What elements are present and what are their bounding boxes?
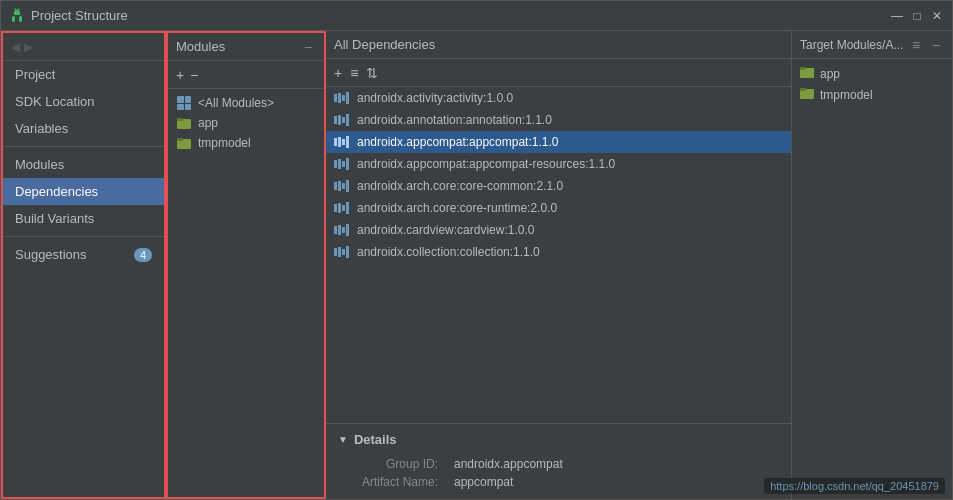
dep-bar-icon: [334, 224, 349, 236]
modules-add-button[interactable]: +: [176, 67, 184, 83]
sidebar-item-sdk-location[interactable]: SDK Location: [3, 88, 164, 115]
target-header: Target Modules/A... ≡ −: [792, 31, 952, 59]
group-id-label: Group ID:: [338, 457, 438, 471]
target-tmpmodel-icon: [800, 87, 814, 102]
svg-rect-9: [800, 88, 806, 91]
target-title: Target Modules/A...: [800, 38, 903, 52]
target-align-button[interactable]: ≡: [908, 37, 924, 53]
dep-item-activity[interactable]: androidx.activity:activity:1.0.0: [326, 87, 791, 109]
details-header[interactable]: ▼ Details: [338, 432, 779, 447]
svg-point-1: [18, 8, 20, 10]
target-panel: Target Modules/A... ≡ − app: [792, 31, 952, 499]
group-id-value: androidx.appcompat: [454, 457, 563, 471]
project-structure-window: Project Structure — □ ✕ ◀ ▶ Project SDK …: [0, 0, 953, 500]
artifact-name-label: Artifact Name:: [338, 475, 438, 489]
svg-point-0: [15, 8, 17, 10]
deps-add-button[interactable]: +: [334, 65, 342, 81]
sidebar-item-variables[interactable]: Variables: [3, 115, 164, 142]
svg-rect-5: [177, 138, 183, 141]
target-app-icon: [800, 66, 814, 81]
app-folder-icon: [176, 116, 192, 130]
dep-bar-icon: [334, 136, 349, 148]
back-arrow-icon[interactable]: ◀: [11, 40, 20, 54]
target-item-tmpmodel[interactable]: tmpmodel: [792, 84, 952, 105]
dep-bar-icon: [334, 180, 349, 192]
sidebar-divider-2: [3, 236, 164, 237]
main-layout: ◀ ▶ Project SDK Location Variables Modul…: [1, 31, 952, 499]
modules-list: <All Modules> app: [168, 89, 324, 497]
all-modules-icon: [176, 96, 192, 110]
dep-item-appcompat-resources[interactable]: androidx.appcompat:appcompat-resources:1…: [326, 153, 791, 175]
module-label: <All Modules>: [198, 96, 274, 110]
window-controls: — □ ✕: [890, 9, 944, 23]
sidebar-item-modules[interactable]: Modules: [3, 151, 164, 178]
dep-item-cardview[interactable]: androidx.cardview:cardview:1.0.0: [326, 219, 791, 241]
dep-bar-icon: [334, 92, 349, 104]
dep-bar-icon: [334, 202, 349, 214]
module-item-tmpmodel[interactable]: tmpmodel: [168, 133, 324, 153]
deps-header: All Dependencies: [326, 31, 791, 59]
modules-panel-header: Modules −: [168, 33, 324, 61]
details-row-group-id: Group ID: androidx.appcompat: [338, 455, 779, 473]
suggestions-badge: 4: [134, 248, 152, 262]
deps-align-button[interactable]: ≡: [350, 65, 358, 81]
target-minimize-button[interactable]: −: [928, 37, 944, 53]
minimize-button[interactable]: —: [890, 9, 904, 23]
modules-panel: Modules − + − <All Modules>: [166, 31, 326, 499]
modules-remove-button[interactable]: −: [190, 67, 198, 83]
window-title: Project Structure: [31, 8, 890, 23]
dep-item-core-common[interactable]: androidx.arch.core:core-common:2.1.0: [326, 175, 791, 197]
sidebar: ◀ ▶ Project SDK Location Variables Modul…: [1, 31, 166, 499]
module-label: tmpmodel: [198, 136, 251, 150]
modules-panel-controls: −: [300, 39, 316, 55]
modules-toolbar: + −: [168, 61, 324, 89]
details-row-artifact-name: Artifact Name: appcompat: [338, 473, 779, 491]
target-list: app tmpmodel: [792, 59, 952, 499]
dependencies-panel: All Dependencies + ≡ ⇅ androidx.activity…: [326, 31, 792, 499]
forward-arrow-icon[interactable]: ▶: [24, 40, 33, 54]
dep-bar-icon: [334, 114, 349, 126]
svg-rect-3: [177, 118, 183, 121]
dep-bar-icon: [334, 158, 349, 170]
sidebar-nav: ◀ ▶: [3, 33, 164, 61]
modules-collapse-button[interactable]: −: [300, 39, 316, 55]
sidebar-item-dependencies[interactable]: Dependencies: [3, 178, 164, 205]
target-item-app[interactable]: app: [792, 63, 952, 84]
deps-title: All Dependencies: [334, 37, 435, 52]
watermark: https://blog.csdn.net/qq_20451879: [764, 478, 945, 494]
deps-toolbar: + ≡ ⇅: [326, 59, 791, 87]
deps-sort-button[interactable]: ⇅: [366, 65, 378, 81]
android-logo-icon: [9, 8, 25, 24]
close-button[interactable]: ✕: [930, 9, 944, 23]
dep-item-appcompat[interactable]: androidx.appcompat:appcompat:1.1.0: [326, 131, 791, 153]
sidebar-divider-1: [3, 146, 164, 147]
maximize-button[interactable]: □: [910, 9, 924, 23]
details-title: Details: [354, 432, 397, 447]
modules-panel-title: Modules: [176, 39, 225, 54]
artifact-name-value: appcompat: [454, 475, 513, 489]
dep-item-collection[interactable]: androidx.collection:collection:1.1.0: [326, 241, 791, 263]
dep-item-core-runtime[interactable]: androidx.arch.core:core-runtime:2.0.0: [326, 197, 791, 219]
target-controls: ≡ −: [908, 37, 944, 53]
deps-list: androidx.activity:activity:1.0.0 android…: [326, 87, 791, 423]
title-bar: Project Structure — □ ✕: [1, 1, 952, 31]
details-triangle-icon: ▼: [338, 434, 348, 445]
module-item-all-modules[interactable]: <All Modules>: [168, 93, 324, 113]
tmpmodel-folder-icon: [176, 136, 192, 150]
svg-rect-7: [800, 67, 806, 70]
module-label: app: [198, 116, 218, 130]
details-section: ▼ Details Group ID: androidx.appcompat A…: [326, 423, 791, 499]
sidebar-item-build-variants[interactable]: Build Variants: [3, 205, 164, 232]
dep-item-annotation[interactable]: androidx.annotation:annotation:1.1.0: [326, 109, 791, 131]
dep-bar-icon: [334, 246, 349, 258]
module-item-app[interactable]: app: [168, 113, 324, 133]
sidebar-item-suggestions[interactable]: Suggestions 4: [3, 241, 164, 268]
sidebar-item-project[interactable]: Project: [3, 61, 164, 88]
